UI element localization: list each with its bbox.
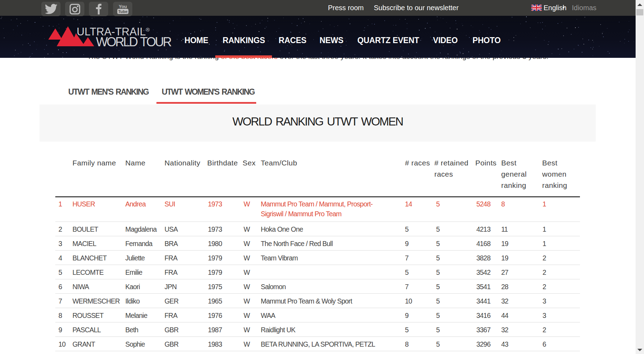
svg-text:Tube: Tube	[118, 9, 127, 14]
svg-text:You: You	[119, 4, 127, 9]
